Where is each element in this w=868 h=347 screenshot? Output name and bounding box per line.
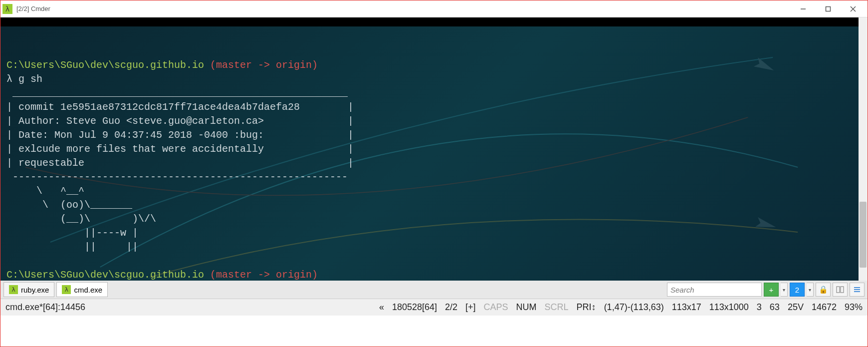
close-button[interactable] — [841, 1, 866, 16]
svg-rect-7 — [841, 287, 844, 293]
prompt-char: λ — [6, 73, 12, 85]
vertical-scrollbar[interactable] — [859, 17, 868, 281]
status-n1: 3 — [757, 302, 762, 313]
layout-icon — [836, 286, 844, 294]
status-n2: 63 — [770, 302, 780, 313]
cow-line: || || — [6, 241, 138, 253]
hamburger-icon — [853, 286, 861, 294]
lock-icon: 🔒 — [819, 285, 828, 294]
prompt-path: C:\Users\SGuo\dev\scguo.github.io — [6, 269, 204, 281]
layout-button[interactable] — [833, 283, 848, 297]
status-n3: 25V — [788, 302, 804, 313]
prompt-branch: (master -> origin) — [204, 269, 318, 281]
titlebar: λ [2/2] Cmder — [0, 0, 868, 17]
prompt-path: C:\Users\SGuo\dev\scguo.github.io — [6, 59, 204, 71]
search-box[interactable] — [667, 283, 762, 297]
maximize-button[interactable] — [816, 1, 841, 16]
status-pri: PRI↕ — [577, 302, 596, 313]
status-tab-index: 2/2 — [445, 302, 457, 313]
svg-rect-6 — [837, 287, 840, 293]
lock-button[interactable]: 🔒 — [816, 283, 831, 297]
search-input[interactable] — [670, 286, 766, 294]
scrollbar-thumb[interactable] — [860, 202, 867, 268]
status-size1: 113x17 — [672, 302, 701, 313]
lambda-icon: λ — [9, 285, 18, 294]
window-title: [2/2] Cmder — [16, 5, 50, 12]
cow-line: (__)\ )\/\ — [6, 213, 156, 225]
output-line: | Author: Steve Guo <steve.guo@carleton.… — [6, 115, 354, 127]
output-line: ________________________________________… — [6, 87, 348, 99]
new-tab-button[interactable]: + — [764, 283, 779, 297]
status-caps: CAPS — [484, 302, 508, 313]
output-line: | requestable | — [6, 157, 354, 169]
statusbar: cmd.exe*[64]:14456 « 180528[64] 2/2 [+] … — [0, 299, 868, 316]
minimize-button[interactable] — [791, 1, 816, 16]
lambda-icon: λ — [62, 285, 71, 294]
tab-ruby[interactable]: λ ruby.exe — [3, 282, 54, 297]
status-plus: [+] — [465, 302, 476, 313]
output-line: | Date: Mon Jul 9 04:37:45 2018 -0400 :b… — [6, 129, 354, 141]
status-pct: 93% — [845, 302, 863, 313]
new-tab-dropdown[interactable]: ▾ — [781, 283, 788, 297]
maximize-icon — [825, 6, 831, 12]
output-line: ----------------------------------------… — [6, 171, 348, 183]
cow-line: \ ^__^ — [6, 185, 84, 197]
tab-label: cmd.exe — [74, 286, 102, 294]
svg-rect-1 — [826, 6, 831, 11]
terminal[interactable]: C:\Users\SGuo\dev\scguo.github.io (maste… — [0, 17, 868, 281]
status-size2: 113x1000 — [709, 302, 749, 313]
console-count-button[interactable]: 2 — [790, 283, 805, 297]
tab-label: ruby.exe — [21, 286, 49, 294]
status-num: NUM — [516, 302, 537, 313]
app-icon: λ — [2, 4, 12, 14]
status-process: cmd.exe*[64]:14456 — [5, 302, 85, 313]
status-date: 180528[64] — [392, 302, 437, 313]
status-selection: (1,47)-(113,63) — [604, 302, 664, 313]
status-chevrons: « — [379, 302, 384, 313]
menu-button[interactable] — [850, 283, 865, 297]
output-line: | commit 1e5951ae87312cdc817ff71ace4dea4… — [6, 101, 354, 113]
close-icon — [850, 6, 856, 12]
tabbar: λ ruby.exe λ cmd.exe + ▾ 2 ▾ 🔒 — [0, 281, 868, 299]
status-scrl: SCRL — [545, 302, 569, 313]
tab-cmd[interactable]: λ cmd.exe — [56, 282, 108, 297]
minimize-icon — [800, 6, 806, 12]
prompt-branch: (master -> origin) — [204, 59, 318, 71]
terminal-content: C:\Users\SGuo\dev\scguo.github.io (maste… — [0, 17, 868, 281]
status-n4: 14672 — [812, 302, 837, 313]
console-count-dropdown[interactable]: ▾ — [807, 283, 814, 297]
typed-command: g sh — [12, 73, 42, 85]
cow-line: \ (oo)\_______ — [6, 199, 132, 211]
output-line: | exlcude more files that were accidenta… — [6, 143, 354, 155]
cow-line: ||----w | — [6, 227, 138, 239]
